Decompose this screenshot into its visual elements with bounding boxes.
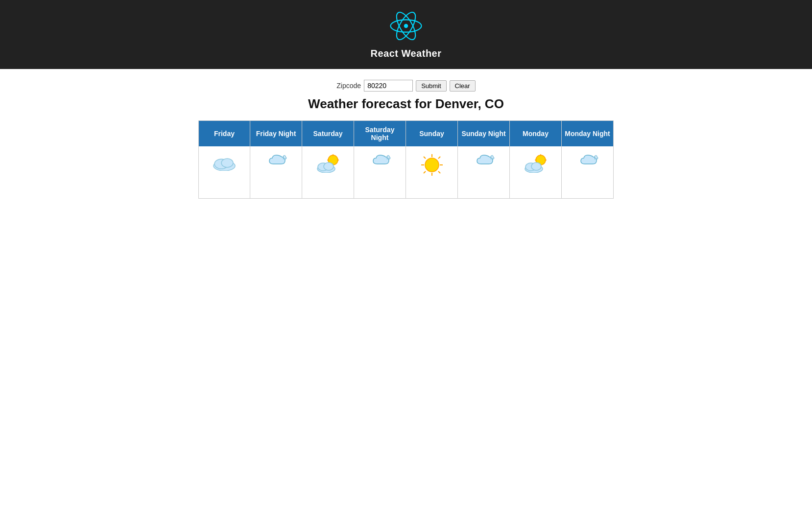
sunny-icon bbox=[420, 146, 444, 186]
svg-point-14 bbox=[324, 162, 334, 170]
forecast-title: Weather forecast for Denver, CO bbox=[0, 96, 812, 112]
zipcode-input[interactable] bbox=[364, 80, 413, 92]
cloudy-icon bbox=[212, 146, 237, 180]
forecast-grid: Friday Friday Night Saturday Saturday Ni… bbox=[0, 120, 812, 199]
day-header-saturday: Saturday bbox=[302, 121, 354, 146]
svg-line-21 bbox=[438, 171, 440, 173]
svg-line-23 bbox=[424, 171, 426, 173]
day-header-saturday-night: Saturday Night bbox=[354, 121, 406, 146]
day-header-monday-night: Monday Night bbox=[562, 121, 613, 146]
day-card: Saturday bbox=[302, 120, 354, 199]
day-header-monday: Monday bbox=[510, 121, 561, 146]
svg-line-20 bbox=[424, 157, 426, 159]
day-card: Sunday Night bbox=[458, 120, 510, 199]
night-cloudy-icon bbox=[575, 146, 600, 182]
partly-sunny-icon bbox=[315, 146, 341, 182]
day-header-sunday-night: Sunday Night bbox=[458, 121, 509, 146]
day-card: Sunday bbox=[406, 120, 458, 199]
submit-button[interactable]: Submit bbox=[416, 80, 446, 92]
svg-line-22 bbox=[438, 157, 440, 159]
svg-point-6 bbox=[221, 159, 233, 167]
day-card: Friday bbox=[198, 120, 250, 199]
night-cloudy-icon bbox=[263, 146, 289, 182]
day-header-friday-night: Friday Night bbox=[250, 121, 302, 146]
zipcode-label: Zipcode bbox=[336, 82, 361, 90]
app-header: React Weather bbox=[0, 0, 812, 69]
day-header-sunday: Sunday bbox=[406, 121, 457, 146]
night-cloudy-icon bbox=[367, 146, 393, 182]
svg-point-3 bbox=[404, 24, 408, 28]
app-title: React Weather bbox=[370, 48, 441, 59]
day-card: Saturday Night bbox=[354, 120, 406, 199]
clear-button[interactable]: Clear bbox=[450, 80, 476, 92]
svg-point-31 bbox=[531, 162, 541, 170]
react-logo-icon bbox=[389, 9, 423, 43]
day-card: Friday Night bbox=[250, 120, 302, 199]
zipcode-controls: Zipcode Submit Clear bbox=[0, 80, 812, 92]
day-card: Monday Night bbox=[562, 120, 614, 199]
night-cloudy-icon bbox=[471, 146, 497, 182]
partly-sunny-icon bbox=[523, 146, 549, 182]
day-header-friday: Friday bbox=[199, 121, 250, 146]
svg-point-15 bbox=[425, 158, 439, 172]
day-card: Monday bbox=[510, 120, 562, 199]
